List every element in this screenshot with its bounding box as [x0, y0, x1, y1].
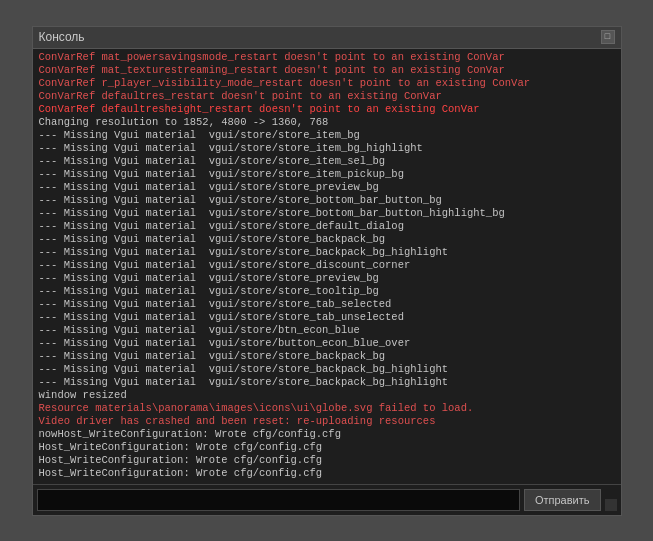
- console-line: --- Missing Vgui material vgui/store/sto…: [39, 181, 615, 194]
- console-line: ConVarRef mat_powersavingsmode_restart d…: [39, 51, 615, 64]
- send-button[interactable]: Отправить: [524, 489, 601, 511]
- console-line: Host_WriteConfiguration: Wrote cfg/confi…: [39, 454, 615, 467]
- console-line: ConVarRef mat_texturestreaming_restart d…: [39, 64, 615, 77]
- console-output[interactable]: ConVarRef mat_monitorgamma_tv_enabled_re…: [33, 49, 621, 484]
- console-line: Video driver has crashed and been reset:…: [39, 415, 615, 428]
- close-button[interactable]: □: [601, 30, 615, 44]
- console-line: --- Missing Vgui material vgui/store/but…: [39, 337, 615, 350]
- console-line: --- Missing Vgui material vgui/store/sto…: [39, 246, 615, 259]
- console-line: --- Missing Vgui material vgui/store/sto…: [39, 129, 615, 142]
- console-line: --- Missing Vgui material vgui/store/sto…: [39, 220, 615, 233]
- console-line: --- Missing Vgui material vgui/store/sto…: [39, 376, 615, 389]
- console-line: nowHost_WriteConfiguration: Wrote cfg/co…: [39, 428, 615, 441]
- console-line: --- Missing Vgui material vgui/store/sto…: [39, 363, 615, 376]
- console-line: --- Missing Vgui material vgui/store/btn…: [39, 324, 615, 337]
- console-line: window resized: [39, 389, 615, 402]
- titlebar: Консоль □: [33, 27, 621, 49]
- console-window: Консоль □ ConVarRef mat_monitorgamma_tv_…: [32, 26, 622, 516]
- console-line: --- Missing Vgui material vgui/store/sto…: [39, 350, 615, 363]
- console-line: --- Missing Vgui material vgui/store/sto…: [39, 311, 615, 324]
- console-line: --- Missing Vgui material vgui/store/sto…: [39, 272, 615, 285]
- console-line: --- Missing Vgui material vgui/store/sto…: [39, 207, 615, 220]
- console-line: ConVarRef r_player_visibility_mode_resta…: [39, 77, 615, 90]
- console-line: --- Missing Vgui material vgui/store/sto…: [39, 155, 615, 168]
- console-line: --- Missing Vgui material vgui/store/sto…: [39, 285, 615, 298]
- resize-corner[interactable]: [605, 499, 617, 511]
- console-line: --- Missing Vgui material vgui/store/sto…: [39, 259, 615, 272]
- console-line: --- Missing Vgui material vgui/store/sto…: [39, 194, 615, 207]
- console-line: Changing resolution to 1852, 4800 -> 136…: [39, 116, 615, 129]
- console-area: ConVarRef mat_monitorgamma_tv_enabled_re…: [33, 49, 621, 484]
- console-line: Resource materials\panorama\images\icons…: [39, 402, 615, 415]
- console-input[interactable]: [37, 489, 520, 511]
- console-line: --- Missing Vgui material vgui/store/sto…: [39, 142, 615, 155]
- console-line: ConVarRef defaultresheight_restart doesn…: [39, 103, 615, 116]
- console-line: Host_WriteConfiguration: Wrote cfg/confi…: [39, 467, 615, 480]
- console-line: Host_WriteConfiguration: Wrote cfg/confi…: [39, 441, 615, 454]
- console-line: --- Missing Vgui material vgui/store/sto…: [39, 168, 615, 181]
- console-line: ConVarRef defaultres_restart doesn't poi…: [39, 90, 615, 103]
- input-area: Отправить: [33, 484, 621, 515]
- window-title: Консоль: [39, 30, 85, 44]
- console-line: --- Missing Vgui material vgui/store/sto…: [39, 298, 615, 311]
- console-line: --- Missing Vgui material vgui/store/sto…: [39, 233, 615, 246]
